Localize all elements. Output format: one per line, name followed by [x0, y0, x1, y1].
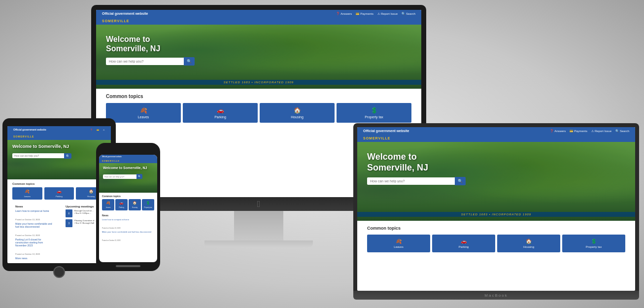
imac-nav-payments[interactable]: 💳 Payments [356, 12, 373, 15]
ipad-news-link-1[interactable]: Learn how to compost at home [15, 209, 53, 212]
ipad-hero-search[interactable]: 🔍 [12, 153, 71, 159]
macbook-screen: Official government website ❓ Answers 💳 … [357, 127, 635, 291]
macbook-logo-text: SOMERVILLE [363, 137, 390, 140]
ipad-news-link-2[interactable]: Make your home comfortable and fuel less… [15, 222, 53, 228]
iphone-search-input[interactable] [103, 174, 136, 179]
iphone-topic-housing[interactable]: 🏠 Housing [129, 199, 141, 210]
imac-topic-housing-label: Housing [291, 115, 304, 119]
macbook-common-topics: Common topics 🍂 Leaves 🚗 Parking 🏠 Ho [357, 221, 635, 257]
iphone-hero-search[interactable]: 🔍 [103, 174, 142, 179]
ipad-hero: Welcome to Somerville, NJ 🔍 [7, 140, 111, 179]
imac-hero-search[interactable]: 🔍 [106, 57, 195, 66]
ipad-topic-grid: 🍂 Leaves 🚗 Parking 🏠 Housing [12, 187, 106, 200]
imac-stand-base [204, 240, 313, 247]
ipad-more-news[interactable]: More news [15, 257, 53, 260]
imac-nav-report[interactable]: ⚠ Report Issue [377, 12, 398, 15]
macbook-nav-report[interactable]: ⚠ Report Issue [591, 129, 611, 133]
ipad-news-link-3[interactable]: Parking Lot 6 closed for construction st… [15, 238, 53, 247]
imac-topic-housing[interactable]: 🏠 Housing [260, 103, 335, 123]
macbook-brand-label: MacBook [484, 293, 508, 298]
macbook-nav-search[interactable]: 🔍 Search [615, 129, 629, 133]
iphone-news-link-1[interactable]: Learn how to compost at home [102, 218, 154, 221]
imac-search-button[interactable]: 🔍 [184, 57, 195, 66]
ipad-search-button[interactable]: 🔍 [64, 153, 71, 159]
macbook-nav: ❓ Answers 💳 Payments ⚠ Report Issue 🔍 Se… [550, 129, 629, 133]
ipad-parking-icon: 🚗 [57, 189, 62, 194]
macbook-hero-search[interactable]: 🔍 [367, 177, 466, 185]
macbook-housing-icon: 🏠 [526, 239, 532, 244]
ipad-leaves-icon: 🍂 [25, 189, 30, 194]
macbook-topic-propertytax[interactable]: 💲 Property tax [562, 235, 625, 252]
imac-topic-propertytax-label: Property tax [365, 115, 383, 119]
iphone-hero: Welcome to Somerville, NJ 🔍 [99, 163, 157, 193]
ipad-meeting-2-date: 3 [66, 219, 72, 227]
ipad-topics-heading: Common topics [12, 182, 106, 185]
housing-icon: 🏠 [294, 107, 301, 114]
macbook-topic-parking[interactable]: 🚗 Parking [432, 235, 495, 252]
imac-website: Official government website ❓ Answers 💳 … [96, 10, 421, 128]
macbook-leaves-icon: 🍂 [396, 239, 402, 244]
macbook-search-button[interactable]: 🔍 [455, 177, 466, 185]
macbook-nav-answers[interactable]: ❓ Answers [550, 129, 566, 133]
ipad-news: News Learn how to compost at home Posted… [10, 203, 58, 263]
ipad-topic-leaves[interactable]: 🍂 Leaves [12, 187, 42, 200]
ipad-hero-content: Welcome to Somerville, NJ 🔍 [7, 140, 111, 163]
macbook-site-header: Official government website ❓ Answers 💳 … [357, 127, 635, 135]
ipad-logo-bar: SOMERVILLE [7, 133, 111, 140]
imac-stand-neck [234, 211, 283, 240]
ipad-logo-text: SOMERVILLE [13, 135, 34, 138]
imac-nav-answers[interactable]: ❓ Answers [336, 12, 352, 15]
macbook-nav-payments[interactable]: 💳 Payments [570, 129, 587, 133]
ipad-search-input[interactable] [12, 153, 64, 158]
imac-logo-bar: SOMERVILLE [96, 17, 421, 25]
imac-hero-title: Welcome to Somerville, NJ [106, 34, 411, 53]
iphone-propertytax-icon: 💲 [146, 201, 150, 205]
imac-nav-search[interactable]: 🔍 Search [402, 12, 415, 15]
iphone-news-heading: News [102, 214, 154, 217]
ipad-gov-label: Official government website [13, 128, 46, 131]
macbook-base: MacBook [353, 291, 639, 300]
iphone-housing-icon: 🏠 [133, 201, 137, 205]
ipad-nav: ❓ 💳 ⚠ [90, 129, 105, 131]
imac-topic-grid: 🍂 Leaves 🚗 Parking 🏠 Housing 💲 [106, 103, 411, 123]
imac-hero-content: Welcome to Somerville, NJ 🔍 [96, 25, 421, 75]
imac-topic-leaves[interactable]: 🍂 Leaves [106, 103, 181, 123]
iphone-topic-propertytax[interactable]: 💲 Property tax [142, 199, 154, 210]
macbook-topic-grid: 🍂 Leaves 🚗 Parking 🏠 Housing 💲 [367, 235, 625, 252]
parking-icon: 🚗 [217, 107, 224, 114]
iphone-news-date-1: Posted on October 13, 2023 [102, 227, 121, 229]
iphone-screen: Official government website SOMERVILLE W… [99, 155, 157, 262]
imac-nav: ❓ Answers 💳 Payments ⚠ Report Issue 🔍 Se… [336, 12, 415, 15]
ipad-home-button[interactable] [53, 266, 65, 278]
iphone-hero-title: Welcome to Somerville, NJ [103, 166, 153, 170]
imac-settled-bar: SETTLED 1683 • INCORPORATED 1909 [96, 80, 421, 85]
imac-topic-parking[interactable]: 🚗 Parking [183, 103, 258, 123]
ipad-topic-parking[interactable]: 🚗 Parking [44, 187, 74, 200]
iphone-topics-heading: Common topics [102, 195, 154, 198]
macbook-screen-bezel: Official government website ❓ Answers 💳 … [353, 123, 639, 291]
ipad-website: Official government website ❓ 💳 ⚠ SOMERV… [7, 126, 111, 263]
iphone-notch [116, 149, 140, 153]
macbook-topic-housing[interactable]: 🏠 Housing [497, 235, 560, 252]
macbook-search-input[interactable] [367, 177, 455, 185]
macbook-propertytax-icon: 💲 [591, 239, 597, 244]
iphone-topic-leaves[interactable]: 🍂 Leaves [102, 199, 114, 210]
iphone-search-button[interactable]: 🔍 [136, 174, 142, 179]
ipad-news-col: News Learn how to compost at home Posted… [10, 203, 58, 263]
imac-search-input[interactable] [106, 58, 184, 65]
ipad-news-heading: News [15, 205, 53, 208]
imac-hero: SETTLED 1683 • INCORPORATED 1909 Welcome… [96, 25, 421, 89]
apple-logo-icon:  [257, 199, 261, 209]
iphone-news: News Learn how to compost at home Posted… [99, 212, 157, 244]
ipad-nav-answers[interactable]: ❓ [90, 129, 93, 131]
iphone-news-link-2[interactable]: Make your home comfortable and fuel less… [102, 231, 154, 233]
macbook-gov-label: Official government website [363, 129, 409, 133]
iphone-parking-icon: 🚗 [119, 201, 124, 205]
imac-topic-propertytax[interactable]: 💲 Property tax [337, 103, 411, 123]
ipad-nav-report[interactable]: ⚠ [103, 129, 105, 131]
macbook-topic-leaves[interactable]: 🍂 Leaves [367, 235, 430, 252]
macbook-parking-icon: 🚗 [461, 239, 467, 244]
iphone-topic-parking[interactable]: 🚗 Parking [115, 199, 128, 210]
ipad-news-date-2: Posted on October 13, 2023 [15, 234, 40, 237]
ipad-nav-payments[interactable]: 💳 [97, 129, 99, 131]
